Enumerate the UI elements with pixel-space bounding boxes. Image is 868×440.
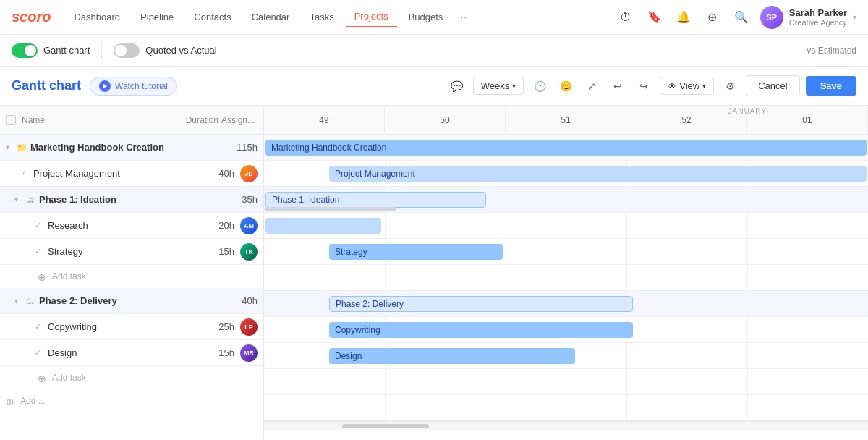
toggle-track-gantt[interactable] (12, 43, 38, 58)
redo-icon[interactable]: ↪ (634, 76, 654, 96)
task-duration: 35h (221, 194, 258, 205)
gantt-row-marketing[interactable]: Marketing Handbook Creation (264, 135, 868, 161)
nav-pipeline[interactable]: Pipeline (132, 7, 182, 27)
col-duration-header: Duration (182, 115, 218, 125)
bar-label: Marketing Handbook Creation (271, 143, 386, 153)
notification-icon[interactable]: 🔔 (673, 7, 694, 28)
collapse-icon[interactable]: ▾ (6, 143, 16, 151)
task-row[interactable]: ▾ 🗂 Phase 1: Ideation 35h (0, 187, 263, 213)
clock-icon[interactable]: 🕐 (529, 76, 550, 96)
nav-calendar[interactable]: Calendar (243, 7, 299, 27)
gantt-bar-design[interactable]: Design (329, 348, 575, 364)
task-row[interactable]: ✓ Strategy 15h TK (0, 239, 263, 265)
task-row[interactable]: ✓ Research 20h AM (0, 213, 263, 239)
gantt-bar-copywriting[interactable]: Copywriting (329, 322, 633, 338)
collapse-icon[interactable]: ▾ (14, 297, 25, 305)
undo-icon[interactable]: ↩ (608, 76, 628, 96)
task-row[interactable]: ▾ 📁 Marketing Handbook Creation 115h (0, 135, 263, 161)
gantt-chart-toggle[interactable]: Gantt chart (12, 43, 90, 58)
gantt-row-phase2[interactable]: Phase 2: Delivery (264, 291, 868, 317)
nav-tasks[interactable]: Tasks (301, 7, 342, 27)
gantt-bar-research[interactable] (265, 218, 381, 234)
gantt-row-strategy[interactable]: Strategy (264, 239, 868, 265)
add-icon[interactable]: ⊕ (702, 7, 723, 28)
nav-budgets[interactable]: Budgets (400, 7, 452, 27)
task-name: Copywriting (48, 321, 198, 332)
quoted-vs-actual-toggle[interactable]: Quoted vs Actual (114, 43, 216, 58)
folder-icon: 🗂 (25, 295, 36, 307)
user-name: Sarah Parker (789, 7, 847, 18)
weeks-selector[interactable]: Weeks ▾ (473, 77, 524, 95)
task-row[interactable]: ✓ Copywriting 25h LP (0, 314, 263, 340)
add-group-button[interactable]: ⊕ Add ... (0, 389, 263, 412)
emoji-icon[interactable]: 😊 (556, 76, 576, 96)
gantt-bar-phase1[interactable]: Phase 1: Ideation (265, 192, 486, 208)
assignee-avatar: JD (240, 165, 258, 182)
view-selector[interactable]: 👁 View ▾ (660, 77, 714, 95)
toggle-track-qva[interactable] (114, 43, 140, 58)
nav-more[interactable]: ··· (454, 7, 474, 27)
gantt-bar-pm[interactable]: Project Management (329, 166, 867, 182)
week-number: 52 (681, 115, 691, 125)
nav-dashboard[interactable]: Dashboard (65, 7, 129, 27)
task-name: Research (48, 220, 198, 231)
bookmark-icon[interactable]: 🔖 (644, 7, 665, 28)
avatar: SP (760, 6, 783, 29)
collapse-icon[interactable]: ▾ (14, 195, 25, 203)
gantt-row-design[interactable]: Design (264, 343, 868, 369)
gantt-row-phase1[interactable]: Phase 1: Ideation (264, 187, 868, 213)
toggle-thumb-gantt (25, 45, 36, 56)
gantt-row-pm[interactable]: Project Management (264, 161, 868, 187)
add-group-icon: ⊕ (6, 396, 16, 406)
task-row[interactable]: ▾ 🗂 Phase 2: Delivery 40h (0, 288, 263, 314)
user-area[interactable]: SP Sarah Parker Creative Agency ▾ (760, 6, 856, 29)
gantt-row-copywriting[interactable]: Copywriting (264, 317, 868, 343)
task-duration: 25h (198, 321, 234, 332)
logo[interactable]: scoro (12, 9, 51, 25)
check-icon: ✓ (20, 169, 30, 179)
watch-tutorial-button[interactable]: Watch tutorial (90, 77, 177, 96)
add-task-button-2[interactable]: ⊕ Add task (0, 366, 263, 389)
gantt-bar-strategy[interactable]: Strategy (329, 244, 503, 260)
gantt-header: Gantt chart Watch tutorial 💬 Weeks ▾ 🕐 😊… (0, 67, 868, 106)
horizontal-scrollbar[interactable] (264, 421, 868, 430)
nav-projects[interactable]: Projects (346, 7, 397, 28)
check-icon: ✓ (35, 348, 45, 358)
gantt-rows: Marketing Handbook Creation Project Mana… (264, 135, 868, 421)
assignee-avatar: TK (240, 243, 258, 261)
select-all-checkbox[interactable] (6, 115, 16, 125)
week-col-51: 51 (506, 106, 626, 134)
search-icon[interactable]: 🔍 (731, 7, 752, 28)
check-icon: ✓ (35, 247, 45, 257)
gantt-chart-label: Gantt chart (43, 45, 90, 56)
gantt-bar-marketing[interactable]: Marketing Handbook Creation (265, 140, 867, 156)
comment-icon[interactable]: 💬 (447, 76, 467, 96)
task-duration: 15h (198, 347, 234, 358)
vs-estimated: vs Estimated (807, 46, 856, 56)
add-task-icon: ⊕ (38, 373, 48, 383)
nav-contacts[interactable]: Contacts (185, 7, 239, 27)
quoted-vs-actual-label: Quoted vs Actual (145, 45, 216, 56)
bar-label: Phase 2: Delivery (336, 299, 404, 309)
add-task-icon: ⊕ (38, 271, 48, 282)
expand-icon[interactable]: ⤢ (582, 76, 602, 96)
settings-icon[interactable]: ⚙ (720, 76, 740, 96)
cancel-button[interactable]: Cancel (746, 75, 799, 96)
scrollbar-thumb[interactable] (342, 424, 429, 428)
gantt-title: Gantt chart (12, 78, 81, 93)
timer-icon[interactable]: ⏱ (616, 7, 636, 28)
column-header: Name Duration Assign... (0, 106, 263, 135)
task-row[interactable]: ✓ Project Management 40h JD (0, 161, 263, 187)
gantt-row-research[interactable] (264, 213, 868, 239)
week-col-49: 49 (264, 106, 385, 134)
gantt-bar-phase2[interactable]: Phase 2: Delivery (329, 296, 633, 312)
task-row[interactable]: ✓ Design 15h MR (0, 340, 263, 366)
folder-icon: 🗂 (25, 194, 36, 206)
right-panel[interactable]: JANUARY 49 50 51 52 01 (264, 106, 868, 439)
save-button[interactable]: Save (806, 76, 856, 96)
add-task-button[interactable]: ⊕ Add task (0, 265, 263, 288)
bar-label: Copywriting (335, 325, 380, 335)
add-task-label: Add task (52, 373, 86, 383)
week-col-50: 50 (385, 106, 506, 134)
task-name: Project Management (33, 168, 198, 179)
